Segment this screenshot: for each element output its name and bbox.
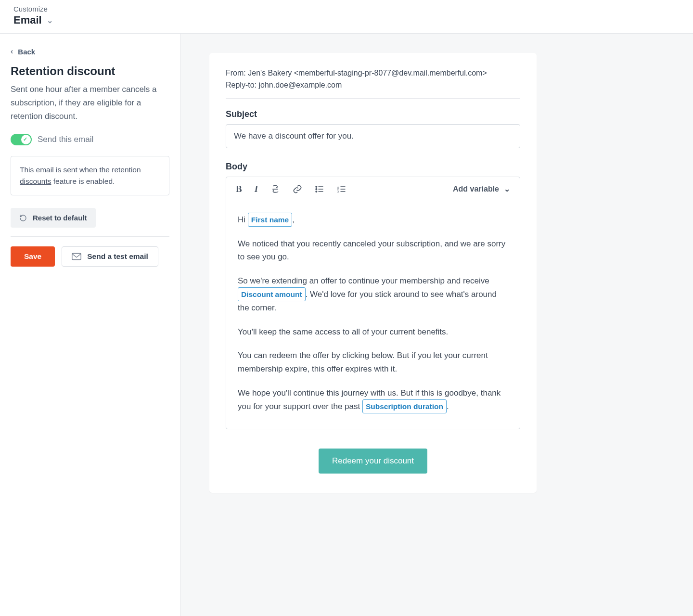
page-title: Retention discount [11,64,169,78]
main-panel: From: Jen's Bakery <memberful-staging-pr… [180,34,693,616]
variable-chip-subscription-duration[interactable]: Subscription duration [362,399,447,413]
link-button[interactable] [293,184,302,194]
editor-toolbar: B I 123 Add varia [226,177,520,201]
divider [11,236,169,237]
ordered-list-button[interactable]: 123 [337,184,346,194]
from-value: Jen's Bakery <memberful-staging-pr-8077@… [248,69,487,77]
subject-input[interactable] [226,124,520,148]
add-variable-dropdown[interactable]: Add variable ⌄ [453,184,510,193]
info-callout: This email is sent when the retention di… [11,156,169,195]
svg-point-3 [316,191,317,192]
body-p3: You'll keep the same access to all of yo… [238,325,508,339]
action-row: Save Send a test email [11,246,169,267]
body-textarea[interactable]: Hi First name, We noticed that you recen… [226,201,520,429]
chevron-down-icon: ⌄ [47,16,53,25]
body-p5-post: . [447,402,449,411]
link-icon [293,184,302,194]
send-email-toggle-row: ✓ Send this email [11,134,169,145]
mail-icon [72,253,81,260]
svg-text:3: 3 [337,190,339,192]
from-label: From: [226,69,246,77]
header-section-label: Customize [13,5,680,13]
redeem-discount-button[interactable]: Redeem your discount [319,449,427,474]
body-greeting-post: , [292,215,295,224]
undo-icon [19,214,27,222]
svg-point-1 [316,186,317,187]
info-text-pre: This email is sent when the [20,166,112,174]
info-text-post: feature is enabled. [51,177,115,185]
body-label: Body [226,162,520,172]
header-channel-switcher[interactable]: Email ⌄ [13,14,680,26]
sidebar: ‹ Back Retention discount Sent one hour … [0,34,180,616]
body-greeting-pre: Hi [238,215,248,224]
header-channel-name: Email [13,14,42,26]
from-line: From: Jen's Bakery <memberful-staging-pr… [226,67,520,79]
back-label: Back [18,48,35,56]
reply-to-line: Reply-to: john.doe@example.com [226,79,520,91]
reply-to-value: john.doe@example.com [258,81,342,89]
send-test-email-label: Send a test email [87,252,148,261]
subject-label: Subject [226,109,520,119]
send-test-email-button[interactable]: Send a test email [62,246,158,267]
page-description: Sent one hour after a member cancels a s… [11,83,169,123]
reset-label: Reset to default [33,214,87,222]
reply-to-label: Reply-to: [226,81,257,89]
svg-rect-0 [72,254,81,260]
variable-chip-discount-amount[interactable]: Discount amount [238,287,306,301]
reset-to-default-button[interactable]: Reset to default [11,208,96,228]
add-variable-label: Add variable [453,185,499,193]
email-editor-card: From: Jen's Bakery <memberful-staging-pr… [209,53,537,493]
ordered-list-icon: 123 [337,184,346,194]
check-icon: ✓ [23,136,29,142]
save-button[interactable]: Save [11,246,55,267]
body-p4: You can redeem the offer by clicking bel… [238,349,508,375]
svg-point-2 [316,188,317,190]
bullet-list-icon [315,184,324,194]
send-email-toggle[interactable]: ✓ [11,134,32,145]
italic-button[interactable]: I [255,184,258,194]
body-p1: We noticed that you recently canceled yo… [238,237,508,264]
cta-row: Redeem your discount [226,449,520,474]
body-p2-pre: So we're extending an offer to continue … [238,276,489,285]
strikethrough-icon [270,184,280,194]
email-meta: From: Jen's Bakery <memberful-staging-pr… [226,67,520,99]
page-header: Customize Email ⌄ [0,0,693,34]
bullet-list-button[interactable] [315,184,324,194]
bold-button[interactable]: B [236,184,242,194]
body-editor: B I 123 Add varia [226,177,520,430]
chevron-left-icon: ‹ [11,47,13,56]
variable-chip-first-name[interactable]: First name [248,213,292,227]
back-button[interactable]: ‹ Back [11,47,169,56]
chevron-down-icon: ⌄ [504,184,510,193]
strikethrough-button[interactable] [270,184,280,194]
send-email-toggle-label: Send this email [38,135,93,144]
